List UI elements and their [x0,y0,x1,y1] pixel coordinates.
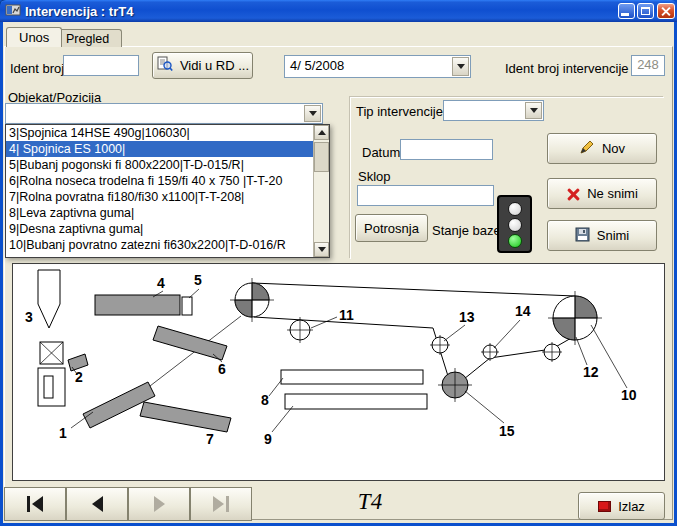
list-item[interactable]: 3|Spojnica 14HSE 490g|106030| [6,125,313,141]
last-record-icon [213,496,229,512]
lamp-middle-off [508,218,522,232]
diagram-label-3: 3 [25,309,33,325]
list-item[interactable]: 6|Rolna noseca trodelna fi 159/fi 40 x 7… [6,173,313,189]
nov-button[interactable]: Nov [547,133,657,164]
date-dropdown-arrow[interactable] [452,57,469,76]
plate-4 [95,295,180,315]
chevron-down-icon [530,108,538,113]
diagram-label-4: 4 [157,275,165,291]
list-item[interactable]: 5|Bubanj pogonski fi 800x2200|T-D-015/R| [6,157,313,173]
izlaz-label: Izlaz [618,499,645,514]
ne-snimi-button[interactable]: Ne snimi [547,178,657,209]
snimi-button[interactable]: Snimi [547,220,657,251]
pen-icon [579,139,595,158]
datum-input[interactable] [400,139,493,160]
diagram-label-5: 5 [194,272,202,288]
list-item[interactable]: 9|Desna zaptivna guma| [6,221,313,237]
diagram-label-7: 7 [206,431,214,447]
hopper-shape [38,270,60,328]
tip-intervencije-label: Tip intervencije [356,104,443,119]
snimi-label: Snimi [597,228,630,243]
close-button[interactable] [657,3,675,19]
lamp-top-off [508,202,522,216]
stanje-baze-label: Stanje baze [432,223,501,238]
first-record-icon [27,496,43,512]
ident-broj-label: Ident broj: [10,61,68,76]
database-status-traffic-light [497,195,532,253]
potrosnja-button[interactable]: Potrosnja [355,214,428,242]
izlaz-button[interactable]: Izlaz [578,492,665,520]
tab-pregled[interactable]: Pregled [53,29,122,47]
next-record-icon [154,496,165,512]
motor-box [38,368,65,406]
tip-dropdown-arrow[interactable] [525,102,542,119]
conveyor-schematic-diagram: 1 2 3 4 5 6 7 8 9 10 11 12 13 14 15 [12,263,665,481]
chevron-down-icon [309,111,317,116]
sklop-input[interactable] [357,185,494,206]
group-divider-horizontal [350,96,663,97]
diagram-label-6: 6 [218,361,226,377]
window-title: Intervencija : trT4 [25,4,677,19]
previous-record-button[interactable] [66,487,128,521]
date-picker[interactable]: 4/ 5/2008 [284,55,471,78]
list-item-selected[interactable]: 4| Spojnica ES 1000| [6,141,313,157]
pulley-left-big [230,278,274,322]
plate-5 [182,297,192,315]
bar-9 [285,394,427,409]
tab-unos[interactable]: Unos [6,27,62,47]
diagram-label-12: 12 [583,364,599,380]
diagram-label-13: 13 [459,309,475,325]
close-icon [661,6,671,16]
list-item[interactable]: 10|Bubanj povratno zatezni fi630x2200|T-… [6,237,313,253]
scroll-up-button[interactable] [314,125,329,140]
objekat-combobox[interactable] [5,103,323,124]
maximize-icon [641,7,650,15]
scroll-down-button[interactable] [314,242,329,257]
app-icon [5,2,21,21]
ident-broj-input[interactable] [63,55,139,76]
last-record-button[interactable] [190,487,252,521]
dropdown-scrollbar[interactable] [313,125,329,257]
diagram-label-10: 10 [621,387,637,403]
feeder-box [40,342,63,364]
list-item[interactable]: 8|Leva zaptivna guma| [6,205,313,221]
list-item[interactable]: 7|Rolna povratna fi180/fi30 x1100|T-T-20… [6,189,313,205]
lamp-green-on [508,234,522,248]
first-record-button[interactable] [4,487,66,521]
chevron-down-icon [318,247,326,252]
pulley-13 [430,335,450,355]
red-x-icon [566,187,580,201]
objekat-dropdown-list: 3|Spojnica 14HSE 490g|106030| 4| Spojnic… [5,124,330,258]
diagram-label-14: 14 [515,303,531,319]
diagram-label-1: 1 [59,425,67,441]
datum-label: Datum [362,145,400,160]
objekat-dropdown-arrow[interactable] [304,105,321,122]
document-magnifier-icon [156,56,173,75]
diagram-label-9: 9 [264,431,272,447]
chevron-down-icon [457,64,465,69]
tip-intervencije-combobox[interactable] [443,100,544,121]
exit-icon [598,501,611,512]
scrollbar-thumb[interactable] [314,142,329,172]
minimize-icon [621,13,629,16]
pulley-right-big [548,291,602,345]
minimize-button[interactable] [618,3,635,19]
record-caption: T4 [310,489,430,515]
date-value: 4/ 5/2008 [290,58,450,73]
vidi-u-rd-label: Vidi u RD ... [180,58,249,73]
previous-record-icon [92,496,103,512]
maximize-button[interactable] [637,3,654,19]
ne-snimi-label: Ne snimi [587,186,638,201]
diagram-label-8: 8 [261,392,269,408]
ident-intervencije-value: 248 [631,55,665,76]
vidi-u-rd-button[interactable]: Vidi u RD ... [152,52,253,79]
pulley-11 [287,317,313,343]
sklop-label: Sklop [358,169,391,184]
titlebar[interactable]: Intervencija : trT4 [0,0,677,22]
diagram-label-2: 2 [75,369,83,385]
bar-8 [281,370,423,384]
diagram-label-15: 15 [499,423,515,439]
next-record-button[interactable] [128,487,190,521]
floppy-disk-icon [575,227,590,245]
pulley-15 [438,368,472,402]
